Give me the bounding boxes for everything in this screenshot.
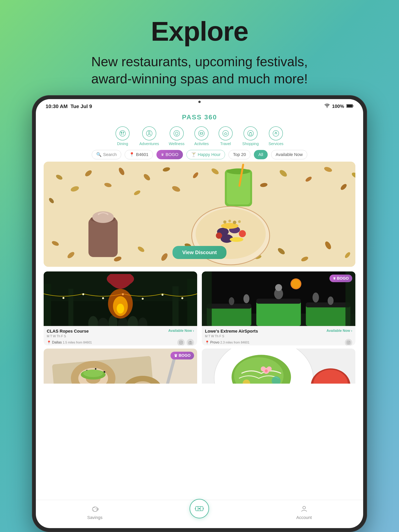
bottom-card-1[interactable]: ♛ BOGO	[44, 348, 197, 384]
svg-point-130	[83, 370, 103, 377]
svg-point-83	[181, 297, 183, 299]
svg-rect-102	[306, 305, 350, 326]
shopping-label: Shopping	[242, 142, 259, 146]
view-discount-button[interactable]: View Discount	[172, 246, 226, 259]
lowes-instagram-icon[interactable]	[345, 339, 352, 345]
lowes-available: Available Now ›	[327, 329, 352, 333]
svg-rect-116	[202, 272, 212, 326]
svg-rect-101	[256, 301, 301, 326]
svg-point-70	[238, 220, 241, 223]
filter-bar: 🔍 Search 📍 B4601 ♛ BOGO 🍸 Happy Hour Top…	[36, 148, 363, 162]
bottom-card-1-bogo: ♛ BOGO	[170, 352, 194, 360]
location-pin-icon2: 📍	[205, 340, 209, 345]
svg-point-126	[95, 368, 97, 370]
svg-point-64	[239, 230, 246, 237]
svg-point-63	[216, 233, 222, 239]
lowes-days: M T W Th F S	[205, 335, 352, 338]
svg-point-94	[180, 342, 182, 343]
main-scroll: View Discount	[36, 162, 363, 500]
happyhour-icon: 🍸	[191, 152, 196, 157]
shopping-icon	[244, 126, 257, 140]
bogo-crown-icon: ♛	[333, 277, 336, 280]
svg-rect-55	[89, 218, 118, 257]
svg-rect-105	[306, 302, 350, 307]
category-shopping[interactable]: Shopping	[242, 126, 259, 146]
instagram-icon[interactable]	[177, 339, 185, 345]
clas-location-row: 📍 Dallas 1.5 miles from 84601	[47, 339, 194, 345]
ipad-frame: 10:30 AM Tue Jul 9 100% PASS 360	[32, 95, 367, 532]
svg-rect-100	[207, 306, 251, 326]
svg-point-150	[199, 508, 200, 509]
clas-location: 📍 Dallas 1.5 miles from 84601	[47, 340, 92, 345]
availablenow-filter[interactable]: Available Now	[271, 150, 307, 159]
page-subtitle: New restaurants, upcoming festivals, awa…	[91, 53, 308, 88]
activities-icon	[194, 126, 208, 140]
clas-image-container	[44, 272, 197, 326]
activities-label: Activites	[194, 142, 209, 146]
all-filter[interactable]: All	[254, 150, 268, 159]
lowes-header: Lowe's Extreme AirSports Available Now ›	[205, 329, 352, 334]
bottom-cards-grid: ♛ BOGO	[44, 348, 355, 384]
clas-available: Available Now ›	[168, 329, 194, 333]
clas-info: CLAS Ropes Course Available Now › M T W …	[44, 326, 197, 345]
venue-card-lowes[interactable]: ♛ BOGO Lowe's Extreme AirSports Availabl…	[202, 272, 355, 345]
svg-point-92	[117, 304, 124, 314]
happyhour-filter[interactable]: 🍸 Happy Hour	[187, 150, 225, 159]
location-filter[interactable]: 📍 B4601	[125, 150, 153, 159]
category-dining[interactable]: Dining	[116, 126, 129, 146]
status-bar: 10:30 AM Tue Jul 9 100%	[36, 99, 363, 109]
category-services[interactable]: Services	[269, 126, 283, 146]
svg-point-81	[142, 298, 144, 300]
svg-rect-74	[187, 279, 197, 326]
svg-point-112	[229, 297, 234, 305]
nav-savings[interactable]: Savings	[87, 505, 103, 520]
hero-card: View Discount	[44, 162, 355, 267]
svg-point-13	[248, 130, 253, 136]
hero-image: View Discount	[44, 162, 355, 267]
svg-point-69	[233, 221, 236, 224]
svg-point-78	[82, 293, 84, 295]
svg-rect-1	[347, 105, 352, 107]
page-title: Explore	[91, 16, 308, 47]
svg-point-10	[200, 133, 201, 134]
services-icon	[269, 126, 283, 140]
svg-rect-11	[202, 133, 203, 134]
venue-cards-grid: CLAS Ropes Course Available Now › M T W …	[44, 272, 355, 345]
clas-image	[44, 272, 197, 326]
clas-header: CLAS Ropes Course Available Now ›	[47, 329, 194, 334]
svg-point-97	[190, 342, 191, 343]
clas-name: CLAS Ropes Course	[47, 329, 89, 334]
svg-rect-103	[207, 304, 251, 309]
adventures-icon	[142, 126, 156, 140]
lowes-name: Lowe's Extreme AirSports	[205, 329, 258, 334]
lowes-bogo-badge: ♛ BOGO	[329, 275, 352, 282]
svg-point-151	[303, 506, 305, 509]
bogo-icon2: ♛	[174, 353, 178, 358]
search-filter[interactable]: 🔍 Search	[92, 150, 121, 159]
venue-card-clas[interactable]: CLAS Ropes Course Available Now › M T W …	[44, 272, 197, 345]
svg-point-107	[275, 284, 282, 291]
ipad-screen: 10:30 AM Tue Jul 9 100% PASS 360	[36, 99, 363, 528]
lowes-image-container: ♛ BOGO	[202, 272, 355, 326]
category-wellness[interactable]: Wellness	[169, 126, 185, 146]
svg-point-66	[230, 237, 243, 242]
bogo-icon: ♛	[161, 152, 164, 157]
category-travel[interactable]: Travel	[219, 126, 233, 146]
bottom-nav: Savings Accoun	[36, 500, 363, 528]
category-adventures[interactable]: Adventures	[139, 126, 159, 146]
svg-point-82	[161, 294, 163, 296]
svg-point-12	[223, 130, 229, 136]
bottom-card-2[interactable]	[202, 348, 355, 384]
svg-rect-76	[172, 286, 179, 326]
nav-center-tickets[interactable]	[190, 499, 209, 518]
account-label: Account	[296, 515, 312, 520]
top20-filter[interactable]: Top 20	[229, 150, 250, 159]
wellness-label: Wellness	[169, 142, 185, 146]
category-activities[interactable]: Activites	[194, 126, 209, 146]
lowes-social	[345, 339, 352, 345]
services-label: Services	[269, 142, 283, 146]
camera-icon[interactable]	[187, 339, 194, 345]
lowes-info: Lowe's Extreme AirSports Available Now ›…	[202, 326, 355, 345]
nav-account[interactable]: Account	[296, 505, 312, 520]
bogo-filter[interactable]: ♛ BOGO	[156, 150, 183, 159]
